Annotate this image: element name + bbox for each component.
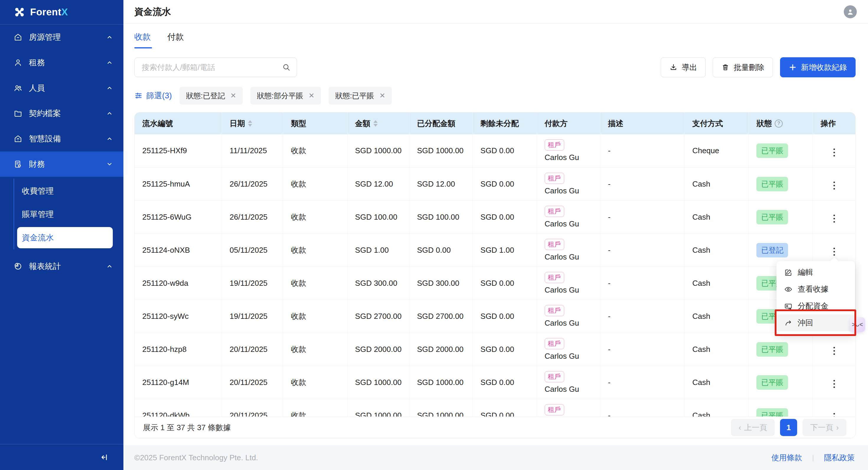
export-button[interactable]: 導出 xyxy=(661,57,706,77)
page-footer: ©2025 ForentX Technology Pte. Ltd. 使用條款 … xyxy=(123,445,868,470)
cell-status: 已平賬 xyxy=(749,399,813,417)
row-menu-button[interactable] xyxy=(829,245,839,258)
cell-type: 收款 xyxy=(283,200,347,233)
row-menu-button[interactable] xyxy=(829,411,839,417)
menu-item-allocate-funds[interactable]: 分配資金 xyxy=(776,297,855,314)
logo[interactable]: ForentX xyxy=(0,0,123,24)
sidebar-item-tenancy[interactable]: 租務 xyxy=(0,50,123,75)
cell-payer: 租戶 Carlos Gu xyxy=(537,333,600,366)
menu-item-view-receipt[interactable]: 查看收據 xyxy=(776,281,855,297)
menu-item-edit[interactable]: 編輯 xyxy=(776,264,855,281)
cell-amount: SGD 1.00 xyxy=(347,233,409,267)
cell-type: 收款 xyxy=(283,233,347,267)
assistant-float-badge[interactable]: >ᴗ< xyxy=(850,317,865,332)
cell-method: Cash xyxy=(684,200,748,233)
cell-flow-id: 251125-6WuG xyxy=(135,200,222,233)
cell-allocated: SGD 100.00 xyxy=(409,200,473,233)
cell-allocated: SGD 12.00 xyxy=(409,167,473,200)
sidebar-collapse-button[interactable] xyxy=(99,451,111,463)
pager: ‹上一頁 1 下一頁› xyxy=(731,419,846,436)
terms-link[interactable]: 使用條款 xyxy=(771,452,802,463)
sort-icon[interactable] xyxy=(248,120,252,127)
payer-name: Carlos Gu xyxy=(545,352,600,361)
plus-icon xyxy=(788,63,797,71)
cell-status: 已平賬 xyxy=(749,200,813,233)
sidebar: ForentX 房源管理 租務 人員 契約檔案 智慧設備 $ 財務 收費管理 賬… xyxy=(0,0,123,470)
sidebar-subitem-bill-management[interactable]: 賬單管理 xyxy=(0,202,123,226)
filter-chip-label: 狀態:已平賬 xyxy=(335,91,374,101)
sidebar-item-reports[interactable]: 報表統計 xyxy=(0,254,123,279)
payer-name: Carlos Gu xyxy=(545,385,600,394)
cell-flow-id: 251120-dkWb xyxy=(135,399,222,417)
menu-item-reverse[interactable]: 沖回 xyxy=(776,314,855,331)
next-arrow-icon: › xyxy=(836,423,839,432)
sidebar-item-properties[interactable]: 房源管理 xyxy=(0,25,123,50)
tab-payments[interactable]: 付款 xyxy=(167,31,184,49)
chip-close-icon[interactable]: ✕ xyxy=(230,92,236,100)
cell-date: 19/11/2025 xyxy=(222,300,283,333)
table-row: 251125-6WuG 26/11/2025 收款 SGD 100.00 SGD… xyxy=(135,200,855,233)
row-menu-button[interactable] xyxy=(829,212,839,225)
cell-amount: SGD 1000.00 xyxy=(347,366,409,399)
tab-receipts[interactable]: 收款 xyxy=(134,31,151,49)
cell-description: - xyxy=(600,200,685,233)
row-menu-button[interactable] xyxy=(829,179,839,192)
cell-remaining: SGD 0.00 xyxy=(473,167,537,200)
sidebar-item-label: 財務 xyxy=(29,159,100,169)
payer-name: Carlos Gu xyxy=(545,285,600,295)
status-badge: 已平賬 xyxy=(756,144,788,158)
cell-date: 11/11/2025 xyxy=(222,134,283,167)
col-date[interactable]: 日期 xyxy=(222,113,283,134)
cell-allocated: SGD 2000.00 xyxy=(409,333,473,366)
chevron-up-icon xyxy=(106,110,113,117)
cell-remaining: SGD 0.00 xyxy=(473,134,537,167)
sidebar-item-smart-devices[interactable]: 智慧設備 xyxy=(0,126,123,152)
tenant-tag: 租戶 xyxy=(545,371,564,382)
sidebar-item-finance[interactable]: $ 財務 xyxy=(0,152,123,177)
action-buttons: 導出 批量刪除 新增收款紀錄 xyxy=(661,57,856,77)
row-menu-button[interactable] xyxy=(829,146,839,159)
cell-payer: 租戶 Carlos Gu xyxy=(537,300,600,333)
redo-arrow-icon xyxy=(784,319,793,327)
prev-page-button[interactable]: ‹上一頁 xyxy=(731,419,775,436)
pagination-summary: 展示 1 至 37 共 37 條數據 xyxy=(143,422,231,433)
status-help-icon[interactable]: ? xyxy=(775,120,783,128)
cell-remaining: SGD 1.00 xyxy=(473,233,537,267)
add-record-button-label: 新增收款紀錄 xyxy=(801,62,847,73)
chip-close-icon[interactable]: ✕ xyxy=(309,92,314,100)
cell-description: - xyxy=(600,300,685,333)
footer-links-divider: | xyxy=(812,453,814,462)
user-avatar[interactable] xyxy=(844,5,857,18)
filter-toggle[interactable]: 篩選(3) xyxy=(134,90,172,101)
cell-flow-id: 251120-g14M xyxy=(135,366,222,399)
people-icon xyxy=(13,84,23,92)
status-badge: 已平賬 xyxy=(756,210,788,224)
next-page-button[interactable]: 下一頁› xyxy=(802,419,846,436)
privacy-link[interactable]: 隱私政策 xyxy=(824,452,855,463)
cell-flow-id: 251120-syWc xyxy=(135,300,222,333)
sidebar-item-contracts[interactable]: 契約檔案 xyxy=(0,101,123,126)
row-menu-button[interactable] xyxy=(829,345,839,357)
sort-icon[interactable] xyxy=(373,120,378,127)
tenant-tag: 租戶 xyxy=(545,139,564,151)
search-input[interactable] xyxy=(134,58,297,77)
cell-status: 已平賬 xyxy=(749,167,813,200)
filter-chip: 狀態:已平賬 ✕ xyxy=(329,87,392,104)
cell-payer: 租戶 Carlos Gu xyxy=(537,366,600,399)
cell-description: - xyxy=(600,267,685,300)
cell-method: Cash xyxy=(684,167,748,200)
sidebar-subitem-fee-management[interactable]: 收費管理 xyxy=(0,179,123,202)
tenant-tag: 租戶 xyxy=(545,338,564,349)
col-amount[interactable]: 金額 xyxy=(347,113,409,134)
bulk-delete-button[interactable]: 批量刪除 xyxy=(713,57,773,77)
current-page-button[interactable]: 1 xyxy=(780,419,797,436)
table-row: 251120-dkWb 20/11/2025 收款 SGD 1000.00 SG… xyxy=(135,399,855,417)
add-record-button[interactable]: 新增收款紀錄 xyxy=(780,57,856,77)
sidebar-item-people[interactable]: 人員 xyxy=(0,75,123,101)
chip-close-icon[interactable]: ✕ xyxy=(379,92,385,100)
sidebar-bottom-bar xyxy=(0,444,123,470)
main-content: 收款 付款 導出 批量刪除 新增收款紀錄 篩選(3) xyxy=(123,24,868,445)
sidebar-subitem-fund-flow[interactable]: 資金流水 xyxy=(17,227,113,248)
cell-type: 收款 xyxy=(283,300,347,333)
row-menu-button[interactable] xyxy=(829,378,839,390)
